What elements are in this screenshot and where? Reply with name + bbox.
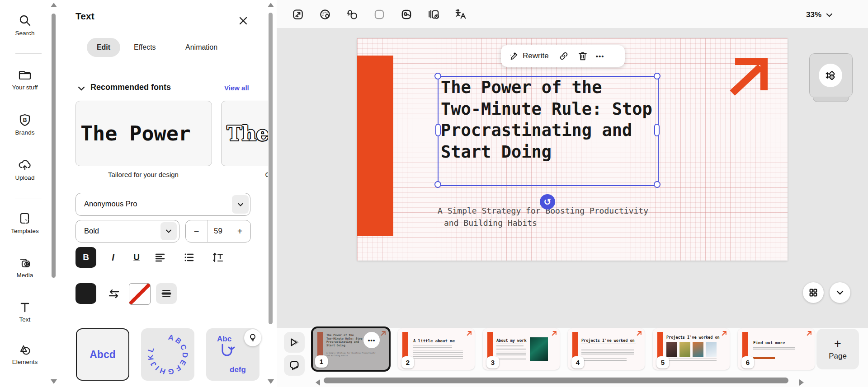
frame-icon[interactable] (370, 5, 388, 23)
present-button[interactable] (284, 332, 305, 353)
horizontal-scrollbar-thumb[interactable] (324, 378, 788, 383)
text-style-circle-card[interactable]: ABCDEFGHIJKL (141, 328, 194, 381)
reorder-pages-icon (819, 64, 842, 87)
sidebar-item-upload[interactable]: Upload (0, 158, 50, 181)
zoom-control[interactable]: 33% (806, 10, 833, 19)
underline-button[interactable]: U (127, 247, 146, 268)
sidebar-item-search[interactable]: Search (0, 14, 50, 37)
present-icon (288, 336, 300, 348)
page-navigator-stack-edge (813, 97, 849, 102)
colors-icon[interactable] (316, 5, 334, 23)
bold-button[interactable]: B (75, 247, 96, 268)
page-thumbnail-1-selected[interactable]: The Power of theTwo-Minute Rule: Stop Pr… (311, 326, 391, 372)
scrollbar-thumb[interactable] (269, 13, 273, 324)
resize-handle-se[interactable] (654, 181, 660, 188)
resize-handle-e[interactable] (654, 124, 660, 136)
text-panel: Text Edit Effects Animation Recommended … (61, 0, 268, 387)
thumb-link-text (753, 357, 775, 359)
view-all-link[interactable]: View all (224, 84, 249, 92)
page-thumbnail-4[interactable]: Projects I've worked on 4 (568, 328, 645, 370)
resize-icon[interactable] (289, 5, 307, 23)
font-card-anonymous-pro[interactable]: The Power (75, 101, 212, 166)
scroll-up-arrow[interactable] (268, 3, 274, 7)
media-frame-icon[interactable] (397, 5, 415, 23)
font-family-select[interactable]: Anonymous Pro (75, 193, 250, 216)
thumb-photo (693, 342, 703, 357)
no-color-swatch[interactable] (129, 283, 151, 305)
scroll-left-arrow[interactable] (316, 379, 320, 386)
page-navigator-card[interactable] (809, 53, 853, 98)
duplicate-pages-icon[interactable] (425, 5, 443, 23)
tab-animation[interactable]: Animation (185, 38, 217, 57)
line-spacing-icon[interactable] (208, 247, 228, 268)
text-background-icon[interactable] (156, 283, 177, 304)
thumb-photo-leaf (530, 337, 548, 361)
add-page-button[interactable]: + Page (816, 329, 859, 369)
font-weight-select[interactable]: Bold (75, 220, 179, 242)
chevron-down-icon[interactable] (78, 86, 85, 91)
suggestion-badge[interactable] (244, 329, 261, 346)
scroll-up-arrow[interactable] (51, 3, 57, 7)
rotate-handle[interactable]: ↺ (540, 194, 555, 210)
sidebar-item-templates[interactable]: Templates (0, 211, 50, 234)
arrow-up-right-graphic[interactable] (727, 56, 769, 98)
thumb-text-lines (413, 350, 463, 359)
italic-button[interactable]: I (104, 247, 122, 268)
sidebar-item-your-stuff[interactable]: Your stuff (0, 68, 50, 91)
thumb-photo (679, 342, 690, 357)
font-size-value[interactable]: 59 (207, 220, 229, 242)
collapse-filmstrip-button[interactable] (830, 282, 850, 303)
scroll-down-arrow[interactable] (51, 379, 57, 384)
tab-edit[interactable]: Edit (87, 38, 120, 57)
sidebar-divider (15, 53, 42, 54)
align-left-icon[interactable] (150, 247, 170, 268)
notes-button[interactable] (284, 355, 305, 376)
thumb-text-lines (496, 349, 526, 360)
page-thumbnail-5[interactable]: Projects I've worked on 5 (653, 328, 730, 370)
slide-accent-bar[interactable] (357, 56, 393, 236)
zoom-value: 33% (806, 10, 821, 19)
chevron-down-icon (826, 13, 833, 18)
scrollbar-thumb[interactable] (52, 14, 56, 278)
text-color-swatch[interactable] (75, 283, 96, 304)
swap-colors-icon[interactable] (104, 283, 124, 304)
font-card-decorative[interactable]: The (221, 101, 268, 166)
resize-handle-ne[interactable] (654, 73, 660, 79)
resize-handle-sw[interactable] (434, 181, 441, 188)
chevron-down-icon[interactable] (160, 222, 177, 240)
style-card-label: Abcd (90, 349, 116, 361)
translate-icon[interactable] (452, 5, 470, 23)
close-icon[interactable] (239, 16, 248, 25)
pages-filmstrip: The Power of theTwo-Minute Rule: Stop Pr… (277, 328, 868, 387)
page-number-badge: 5 (656, 356, 669, 368)
link-icon[interactable] (559, 51, 569, 61)
tab-effects[interactable]: Effects (134, 38, 156, 57)
size-decrease-button[interactable]: − (186, 220, 207, 242)
more-options-button[interactable]: ••• (596, 52, 604, 60)
sidebar-item-elements[interactable]: Elements (0, 342, 50, 365)
scroll-right-arrow[interactable] (799, 379, 804, 386)
thumb-title: A little about me (413, 339, 455, 343)
thumb-photo (666, 342, 677, 357)
text-selection-box[interactable] (438, 76, 659, 186)
text-style-curve-card[interactable]: Abc defg (206, 328, 259, 381)
resize-handle-nw[interactable] (434, 73, 441, 79)
delete-icon[interactable] (578, 51, 588, 61)
sidebar-item-text[interactable]: Text (0, 300, 50, 323)
adjust-bubbles-icon[interactable] (343, 5, 361, 23)
sidebar-item-media[interactable]: Media (0, 256, 50, 279)
size-increase-button[interactable]: + (229, 220, 250, 242)
page-thumbnail-2[interactable]: A little about me 2 (398, 328, 475, 370)
upload-cloud-icon (0, 158, 50, 173)
rewrite-button[interactable]: Rewrite (509, 51, 549, 61)
page-thumbnail-6[interactable]: Find out more 6 (738, 328, 815, 370)
scroll-down-arrow[interactable] (268, 379, 274, 384)
chevron-down-icon[interactable] (232, 195, 249, 214)
page-thumbnail-3[interactable]: About my work 3 (483, 328, 560, 370)
text-style-plain-card[interactable]: Abcd (76, 328, 129, 381)
grid-view-button[interactable] (803, 282, 824, 303)
bullet-list-icon[interactable] (179, 247, 199, 268)
resize-handle-w[interactable] (435, 124, 441, 136)
thumb-more-button[interactable]: ••• (363, 332, 380, 348)
sidebar-item-brands[interactable]: B Brands (0, 113, 50, 136)
